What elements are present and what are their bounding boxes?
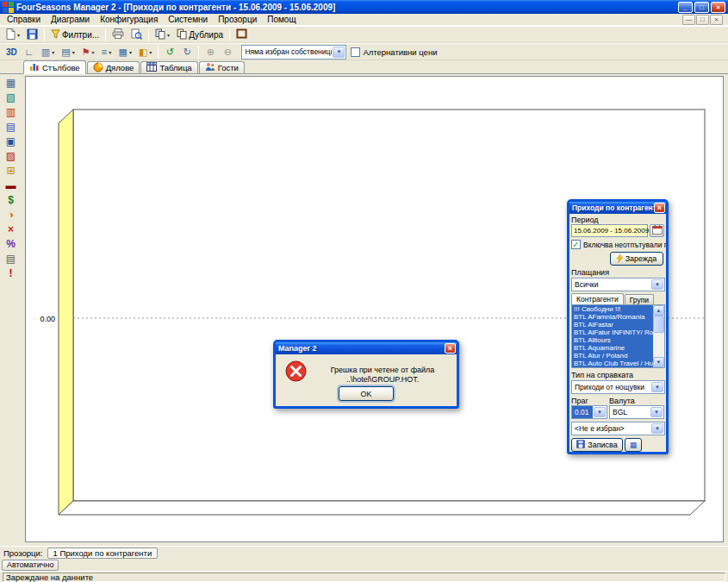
left-icon-cut[interactable]: ×	[3, 223, 19, 237]
mdi-restore-button[interactable]: □	[696, 15, 709, 25]
period-label: Период	[571, 216, 599, 224]
title-bar: FourSeasons Manager 2 - [Приходи по конт…	[0, 0, 728, 14]
menu-system[interactable]: Системни	[163, 14, 213, 25]
list-item[interactable]: BTL AlFastar	[572, 321, 653, 329]
tab-shares[interactable]: Дялове	[87, 61, 140, 73]
payments-combo[interactable]: Всички ▼	[571, 278, 665, 291]
include-guests-checkbox[interactable]: ✓	[571, 240, 581, 249]
left-icon-pie[interactable]: ◑	[3, 209, 19, 222]
template-combo[interactable]: <Не е избран> ▼	[571, 422, 665, 435]
menu-windows[interactable]: Прозорци	[213, 14, 262, 25]
owners-combo[interactable]: Няма избран собственици ▼	[241, 45, 346, 59]
new-report-button[interactable]: ▾	[3, 27, 23, 42]
left-icon-money[interactable]: $	[3, 194, 19, 208]
mdi-close-button[interactable]: ×	[710, 15, 723, 25]
zoom-out-button[interactable]: ⊖	[219, 44, 236, 59]
axes-button[interactable]: ∟	[21, 44, 38, 59]
menu-reports[interactable]: Справки	[2, 14, 46, 25]
period-input[interactable]: 15.06.2009 - 15.06.2009	[571, 224, 648, 237]
print-button[interactable]	[109, 27, 128, 42]
legend-button[interactable]: ▤▾	[58, 44, 78, 59]
window-list-item[interactable]: 1 Приходи по контрагенти	[47, 548, 159, 559]
list-item[interactable]: BTL Alltours	[572, 336, 653, 344]
ok-button[interactable]: OK	[339, 386, 394, 401]
colors-button[interactable]: ◧▾	[135, 44, 155, 59]
filters-button[interactable]: Филтри...	[47, 27, 103, 42]
combo-arrow-icon[interactable]: ▼	[650, 407, 663, 417]
tab-table[interactable]: Таблица	[140, 61, 197, 73]
separator	[148, 28, 149, 41]
left-icon-report[interactable]: ▧	[3, 91, 19, 105]
left-icon-percent[interactable]: %	[3, 238, 19, 252]
automatic-button[interactable]: Автоматично	[2, 560, 59, 571]
close-button[interactable]: ×	[711, 2, 725, 13]
panel-title-bar[interactable]: Приходи по контрагенти ×	[569, 202, 666, 214]
left-icon-book[interactable]: ▬	[3, 179, 19, 193]
tab-columns[interactable]: Стълбове	[23, 60, 86, 74]
left-icon-window[interactable]: ▤	[3, 121, 19, 135]
marks-button[interactable]: ⚑▾	[78, 44, 98, 59]
list-item[interactable]: BTL AFamnia/Romania	[572, 313, 653, 321]
ledger-button[interactable]	[233, 27, 251, 42]
mdi-minimize-button[interactable]: —	[682, 15, 695, 25]
chart-type-bars-button[interactable]: ▥▾	[38, 44, 58, 59]
rotate-cw-button[interactable]: ↻	[178, 44, 196, 59]
gridlines-button[interactable]: ▦▾	[115, 44, 135, 59]
grid-options-button[interactable]: ▦	[625, 438, 642, 452]
minimize-button[interactable]: _	[678, 2, 693, 13]
left-icon-alert[interactable]: !	[3, 267, 19, 281]
left-icon-bars[interactable]: ▥	[3, 106, 19, 120]
tab-counterparties[interactable]: Контрагенти	[571, 293, 624, 304]
scroll-up-button[interactable]: ▲	[653, 305, 664, 316]
3d-toggle-button[interactable]: 3D	[3, 44, 21, 59]
duplicate-button[interactable]: Дублира	[173, 27, 227, 42]
left-icon-sheet[interactable]: ▤	[3, 253, 19, 266]
menu-configuration[interactable]: Конфигурация	[95, 14, 163, 25]
list-item[interactable]: BTL AlFatur INFINITY/ Romani	[572, 329, 653, 336]
combo-arrow-icon[interactable]: ▼	[333, 47, 345, 58]
dialog-title-bar[interactable]: Manager 2 ×	[276, 342, 457, 354]
threshold-combo[interactable]: 0.01 ▼	[571, 405, 607, 419]
chevron-down-icon: ▾	[109, 49, 111, 55]
load-button[interactable]: Зарежда	[610, 252, 663, 266]
left-icon-window-add[interactable]: ▣	[3, 135, 19, 149]
panel-tabs: Контрагенти Групи	[571, 293, 655, 304]
chevron-down-icon: ▾	[92, 49, 95, 55]
copy-button[interactable]: ▾	[152, 27, 173, 42]
dialog-close-button[interactable]: ×	[445, 343, 456, 354]
list-item[interactable]: BTL Aquamarine	[572, 344, 653, 352]
left-icon-rows[interactable]: ▨	[3, 150, 19, 164]
menu-help[interactable]: Помощ	[262, 14, 301, 25]
rotate-ccw-icon: ↺	[166, 47, 174, 57]
save-toolbar-button[interactable]	[23, 27, 41, 42]
rotate-ccw-button[interactable]: ↺	[161, 44, 178, 59]
left-icon-folder-grid[interactable]: ⊞	[3, 165, 19, 178]
alt-prices-checkbox[interactable]	[351, 47, 360, 57]
list-item[interactable]: !!! Свободни !!!	[572, 305, 653, 313]
menu-bar: Справки Диаграми Конфигурация Системни П…	[0, 14, 728, 26]
currency-combo[interactable]: BGL ▼	[609, 405, 664, 419]
scroll-down-button[interactable]: ▼	[653, 357, 664, 367]
calendar-button[interactable]	[650, 224, 664, 237]
left-icon-grid[interactable]: ▦	[3, 77, 19, 91]
combo-arrow-icon[interactable]: ▼	[594, 407, 606, 417]
report-type-combo[interactable]: Приходи от нощувки ▼	[571, 380, 665, 394]
panel-close-button[interactable]: ×	[654, 203, 665, 213]
tab-guests[interactable]: Гости	[199, 61, 245, 73]
list-item[interactable]: BTL Auto Club Travel / Hunga	[572, 360, 653, 367]
print-preview-button[interactable]	[128, 27, 146, 42]
list-scrollbar[interactable]: ▲ ▼	[653, 305, 664, 367]
combo-arrow-icon[interactable]: ▼	[651, 423, 663, 434]
combo-arrow-icon[interactable]: ▼	[651, 382, 663, 392]
menu-diagrams[interactable]: Диаграми	[46, 14, 95, 25]
lines-button[interactable]: ≡▾	[98, 44, 115, 59]
tab-groups[interactable]: Групи	[625, 294, 654, 304]
scroll-thumb[interactable]	[653, 316, 664, 333]
save-report-button[interactable]: Записва	[571, 438, 623, 452]
left-toolbar: ▦ ▧ ▥ ▤ ▣ ▨ ⊞ ▬ $ ◑ × % ▤ !	[0, 74, 22, 546]
combo-arrow-icon[interactable]: ▼	[651, 279, 663, 290]
restore-button[interactable]: □	[694, 2, 709, 13]
list-item[interactable]: BTL Atur / Poland	[572, 352, 653, 360]
paint-icon: ◧	[139, 47, 147, 57]
zoom-in-button[interactable]: ⊕	[202, 44, 219, 59]
